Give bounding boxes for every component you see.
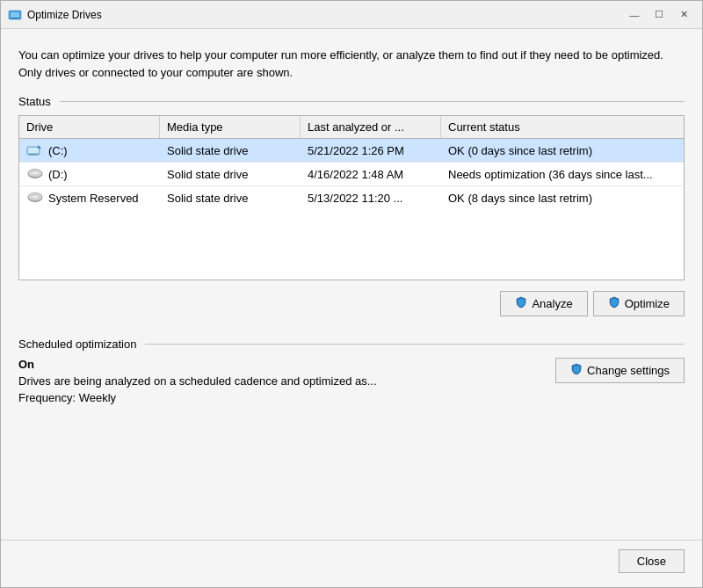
scheduled-info: On Drives are being analyzed on a schedu… (18, 358, 377, 404)
drives-table: Drive Media type Last analyzed or ... Cu… (18, 115, 685, 280)
current-status-cell-c: OK (0 days since last retrim) (441, 139, 684, 162)
status-section-header: Status (18, 95, 685, 108)
d-drive-icon (26, 167, 44, 181)
table-row[interactable]: System Reserved Solid state drive 5/13/2… (19, 186, 684, 209)
col-header-last-analyzed: Last analyzed or ... (301, 116, 441, 138)
close-window-button[interactable]: ✕ (672, 6, 695, 24)
main-content: You can optimize your drives to help you… (1, 29, 702, 540)
change-settings-button[interactable]: Change settings (555, 358, 685, 383)
last-analyzed-cell-d: 4/16/2022 1:48 AM (301, 163, 441, 185)
media-type-cell-system: Solid state drive (160, 186, 301, 209)
svg-rect-2 (11, 18, 18, 19)
scheduled-description: Drives are being analyzed on a scheduled… (18, 374, 377, 388)
table-header: Drive Media type Last analyzed or ... Cu… (19, 116, 684, 139)
drive-label-c: (C:) (48, 144, 68, 157)
title-bar-controls: — ☐ ✕ (623, 6, 695, 24)
scheduled-content: On Drives are being analyzed on a schedu… (18, 358, 685, 404)
analyze-label: Analyze (532, 297, 572, 310)
window-icon (8, 8, 22, 22)
svg-rect-4 (28, 148, 39, 153)
drive-label-system: System Reserved (48, 192, 139, 205)
title-bar: Optimize Drives — ☐ ✕ (1, 1, 702, 29)
drive-label-d: (D:) (48, 168, 68, 181)
scheduled-section-header: Scheduled optimization (18, 338, 685, 351)
close-button[interactable]: Close (619, 549, 685, 573)
table-row[interactable]: (C:) Solid state drive 5/21/2022 1:26 PM… (19, 139, 684, 163)
minimize-button[interactable]: — (623, 6, 646, 24)
scheduled-section: Scheduled optimization On Drives are bei… (18, 338, 685, 404)
col-header-drive: Drive (19, 116, 160, 138)
description-text: You can optimize your drives to help you… (18, 47, 685, 81)
status-section-divider (60, 101, 685, 102)
table-body: (C:) Solid state drive 5/21/2022 1:26 PM… (19, 139, 684, 279)
col-header-media-type: Media type (160, 116, 301, 138)
drive-cell-c: (C:) (19, 139, 160, 162)
status-section-title: Status (18, 95, 51, 108)
c-drive-icon (26, 143, 44, 157)
title-bar-left: Optimize Drives (8, 8, 102, 22)
drive-cell-system: System Reserved (19, 186, 160, 209)
optimize-drives-window: Optimize Drives — ☐ ✕ You can optimize y… (0, 0, 703, 588)
system-drive-icon (26, 191, 44, 205)
scheduled-status: On (18, 358, 377, 371)
optimize-button[interactable]: Optimize (593, 291, 685, 316)
change-settings-shield-icon (570, 363, 583, 378)
optimize-shield-icon (608, 296, 620, 311)
optimize-label: Optimize (625, 297, 670, 310)
current-status-cell-system: OK (8 days since last retrim) (441, 186, 684, 209)
last-analyzed-cell-system: 5/13/2022 11:20 ... (301, 186, 441, 209)
col-header-current-status: Current status (441, 116, 684, 138)
svg-rect-1 (11, 12, 19, 18)
analyze-shield-icon (515, 296, 527, 311)
svg-rect-6 (29, 154, 38, 156)
table-row[interactable]: (D:) Solid state drive 4/16/2022 1:48 AM… (19, 163, 684, 186)
svg-marker-5 (38, 145, 41, 149)
analyze-button[interactable]: Analyze (500, 291, 587, 316)
scheduled-section-divider (145, 344, 685, 345)
change-settings-label: Change settings (587, 364, 670, 377)
last-analyzed-cell-c: 5/21/2022 1:26 PM (301, 139, 441, 162)
restore-button[interactable]: ☐ (648, 6, 670, 24)
window-title: Optimize Drives (27, 9, 102, 21)
current-status-cell-d: Needs optimization (36 days since last..… (441, 163, 684, 185)
svg-point-12 (32, 195, 39, 199)
svg-point-9 (32, 171, 39, 175)
drive-cell-d: (D:) (19, 163, 160, 185)
action-buttons: Analyze Optimize (18, 291, 685, 316)
scheduled-frequency: Frequency: Weekly (18, 391, 377, 404)
scheduled-section-title: Scheduled optimization (18, 338, 136, 351)
media-type-cell-d: Solid state drive (160, 163, 301, 185)
footer: Close (1, 540, 702, 587)
media-type-cell-c: Solid state drive (160, 139, 301, 162)
